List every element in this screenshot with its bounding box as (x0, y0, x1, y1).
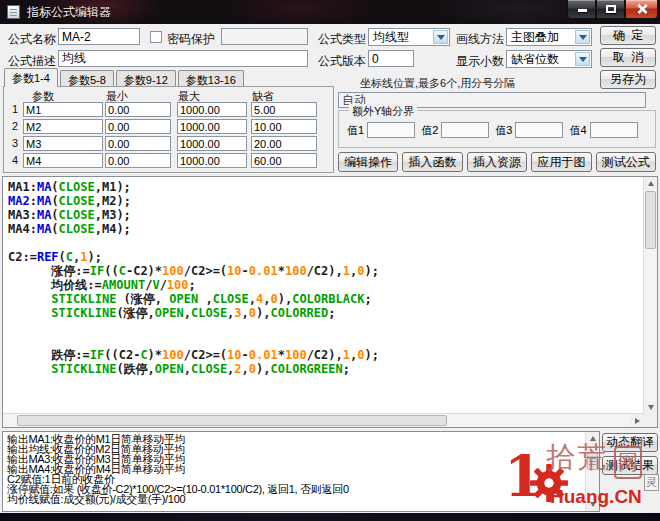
param-tabs: 参数1-4参数5-8参数9-12参数13-16 (4, 70, 246, 87)
button-插入函数[interactable]: 插入函数 (402, 152, 462, 172)
code-editor[interactable]: MA1:MA(CLOSE,M1);MA2:MA(CLOSE,M2);MA3:MA… (2, 176, 658, 428)
yaxis-value-input[interactable] (590, 122, 638, 138)
param-name-input[interactable] (23, 102, 103, 117)
password-label: 密码保护 (167, 31, 215, 48)
button-应用于图[interactable]: 应用于图 (531, 152, 591, 172)
formula-name-input[interactable] (58, 28, 140, 45)
param-max-input[interactable] (177, 102, 247, 117)
password-input[interactable] (221, 28, 308, 45)
button-测试结果[interactable]: 测试结果 (602, 456, 658, 475)
param-min-input[interactable] (105, 136, 171, 151)
maximize-icon (606, 5, 616, 13)
param-row: 2 (4, 119, 333, 134)
scroll-down-icon[interactable] (644, 401, 657, 414)
param-panel: 参数最小最大缺省 1234 (3, 86, 334, 173)
param-min-input[interactable] (105, 119, 171, 134)
close-icon (636, 3, 648, 15)
scroll-up-icon[interactable] (644, 177, 657, 190)
param-name-input[interactable] (23, 153, 103, 168)
chevron-down-icon[interactable] (575, 52, 590, 66)
formula-type-value: 均线型 (373, 29, 409, 46)
param-max-input[interactable] (177, 153, 247, 168)
saveas-button[interactable]: 另存为 (600, 70, 656, 89)
yaxis-field: 值1 (347, 122, 415, 138)
draw-method-value: 主图叠加 (511, 29, 559, 46)
editor-horizontal-scrollbar[interactable] (3, 413, 644, 427)
scroll-down-icon[interactable] (586, 498, 599, 511)
password-checkbox[interactable] (150, 31, 162, 43)
yaxis-field: 值3 (495, 122, 563, 138)
code-line (8, 334, 641, 348)
action-buttons: 编辑操作插入函数插入资源应用于图测试公式 (338, 152, 656, 172)
cancel-button[interactable]: 取 消 (600, 48, 656, 67)
param-row-number: 4 (12, 154, 18, 166)
code-line (8, 236, 641, 250)
code-line: MA4:MA(CLOSE,M4); (8, 222, 641, 236)
decimal-select[interactable]: 缺省位数 (506, 50, 592, 68)
param-max-input[interactable] (177, 119, 247, 134)
formula-name-label: 公式名称 (8, 31, 56, 48)
button-插入资源[interactable]: 插入资源 (467, 152, 527, 172)
draw-method-select[interactable]: 主图叠加 (506, 28, 592, 46)
code-editor-content[interactable]: MA1:MA(CLOSE,M1);MA2:MA(CLOSE,M2);MA3:MA… (8, 180, 641, 411)
button-编辑操作[interactable]: 编辑操作 (338, 152, 398, 172)
yaxis-field-label: 值4 (569, 123, 586, 138)
param-min-input[interactable] (105, 102, 171, 117)
scrollbar-thumb[interactable] (645, 191, 656, 249)
param-row: 4 (4, 153, 333, 168)
close-button[interactable] (625, 0, 658, 19)
param-def-input[interactable] (251, 102, 317, 117)
param-min-input[interactable] (105, 153, 171, 168)
yaxis-fields: 值1值2值3值4 (341, 122, 653, 138)
decimal-value: 缺省位数 (511, 51, 559, 68)
yaxis-field: 值2 (421, 122, 489, 138)
param-row-number: 1 (12, 103, 18, 115)
yaxis-value-input[interactable] (441, 122, 489, 138)
yaxis-value-input[interactable] (367, 122, 415, 138)
code-line: MA1:MA(CLOSE,M1); (8, 180, 641, 194)
tab-参数5-8[interactable]: 参数5-8 (60, 70, 114, 87)
param-name-input[interactable] (23, 119, 103, 134)
button-测试公式[interactable]: 测试公式 (596, 152, 656, 172)
desktop-strip (0, 513, 660, 521)
tab-参数1-4[interactable]: 参数1-4 (4, 68, 58, 87)
tab-参数9-12[interactable]: 参数9-12 (116, 70, 176, 87)
param-def-input[interactable] (251, 136, 317, 151)
scrollbar-thumb[interactable] (587, 452, 598, 470)
side-buttons: 动态翻译测试结果 (602, 433, 658, 475)
param-def-input[interactable] (251, 119, 317, 134)
yaxis-field-label: 值3 (495, 123, 512, 138)
yaxis-field-label: 值2 (421, 123, 438, 138)
editor-vertical-scrollbar[interactable] (643, 177, 657, 414)
formula-version-input[interactable] (368, 50, 414, 67)
minimize-button[interactable] (567, 0, 596, 19)
decimal-label: 显示小数 (456, 53, 504, 70)
scrollbar-thumb[interactable] (17, 415, 447, 426)
param-name-input[interactable] (23, 136, 103, 151)
window-controls (567, 0, 658, 19)
chevron-down-icon[interactable] (433, 30, 448, 44)
scroll-right-icon[interactable] (631, 414, 644, 427)
description-panel[interactable]: 输出MA1:收盘价的M1日简单移动平均输出均线:收盘价的M2日简单移动平均输出M… (2, 431, 600, 512)
yaxis-value-input[interactable] (515, 122, 563, 138)
output-scrollbar[interactable] (585, 432, 599, 511)
draw-method-label: 画线方法 (456, 31, 504, 48)
yaxis-field-label: 值1 (347, 123, 364, 138)
tab-参数13-16[interactable]: 参数13-16 (178, 70, 244, 87)
maximize-button[interactable] (596, 0, 625, 19)
param-max-input[interactable] (177, 136, 247, 151)
param-def-input[interactable] (251, 153, 317, 168)
ok-button[interactable]: 确 定 (600, 26, 656, 45)
scroll-up-icon[interactable] (586, 432, 599, 445)
yaxis-field: 值4 (569, 122, 637, 138)
dialog-body: 公式名称 密码保护 公式类型 均线型 画线方法 主图叠加 确 定 公式描述 公式… (0, 24, 660, 513)
formula-desc-input[interactable] (58, 50, 308, 67)
code-line: 跌停:=IF((C2-C)*100/C2>=(10-0.01*100/C2),1… (8, 348, 641, 362)
code-line: MA3:MA(CLOSE,M3); (8, 208, 641, 222)
window-title: 指标公式编辑器 (27, 4, 111, 21)
chevron-down-icon[interactable] (575, 30, 590, 44)
formula-type-select[interactable]: 均线型 (368, 28, 450, 46)
param-row-number: 3 (12, 137, 18, 149)
button-动态翻译[interactable]: 动态翻译 (602, 433, 658, 452)
code-line: STICKLINE(跌停,OPEN,CLOSE,2,0),COLORGREEN; (8, 362, 641, 376)
